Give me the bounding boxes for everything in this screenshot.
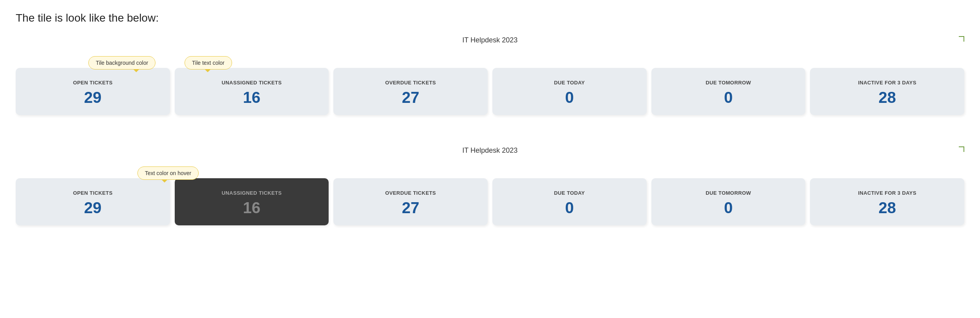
tile-2-due-today-value: 0 <box>565 200 574 216</box>
tile-unassigned-tickets-value: 16 <box>243 90 261 105</box>
tile-2-due-tomorrow-value: 0 <box>724 200 733 216</box>
tile-2-overdue-tickets-label: OVERDUE TICKETS <box>385 190 436 196</box>
tile-due-today[interactable]: DUE TODAY 0 <box>492 68 647 115</box>
tile-2-due-tomorrow[interactable]: DUE TOMORROW 0 <box>651 178 806 225</box>
corner-mark-1 <box>957 36 964 43</box>
tile-2-unassigned-tickets-label: UNASSIGNED TICKETS <box>222 190 282 196</box>
section-1: IT Helpdesk 2023 Tile background color T… <box>16 36 964 115</box>
tile-2-open-tickets-label: OPEN TICKETS <box>73 190 113 196</box>
tile-2-due-today[interactable]: DUE TODAY 0 <box>492 178 647 225</box>
section-2-header: IT Helpdesk 2023 <box>16 146 964 155</box>
tile-2-open-tickets-value: 29 <box>84 200 102 216</box>
tile-2-due-today-label: DUE TODAY <box>554 190 585 196</box>
section-1-header: IT Helpdesk 2023 <box>16 36 964 44</box>
tile-due-tomorrow-value: 0 <box>724 90 733 105</box>
tile-2-inactive-3-days-label: INACTIVE FOR 3 DAYS <box>858 190 916 196</box>
tiles-row-1: OPEN TICKETS 29 UNASSIGNED TICKETS 16 OV… <box>16 68 964 115</box>
tile-overdue-tickets[interactable]: OVERDUE TICKETS 27 <box>333 68 488 115</box>
tile-2-open-tickets[interactable]: OPEN TICKETS 29 <box>16 178 170 225</box>
tile-2-unassigned-tickets-value: 16 <box>243 200 261 216</box>
section-2-content: IT Helpdesk 2023 Text color on hover OPE… <box>16 146 964 225</box>
tile-inactive-3-days[interactable]: INACTIVE FOR 3 DAYS 28 <box>810 68 964 115</box>
section-1-content: IT Helpdesk 2023 Tile background color T… <box>16 36 964 115</box>
tile-overdue-tickets-value: 27 <box>402 90 419 105</box>
tile-due-today-label: DUE TODAY <box>554 80 585 86</box>
tile-due-today-value: 0 <box>565 90 574 105</box>
callout-text-color: Tile text color <box>185 56 232 69</box>
tile-2-overdue-tickets[interactable]: OVERDUE TICKETS 27 <box>333 178 488 225</box>
tile-2-unassigned-tickets[interactable]: UNASSIGNED TICKETS 16 <box>175 178 329 225</box>
section-2: IT Helpdesk 2023 Text color on hover OPE… <box>16 146 964 225</box>
page-title: The tile is look like the below: <box>16 12 964 24</box>
tile-2-overdue-tickets-value: 27 <box>402 200 419 216</box>
tile-2-inactive-3-days[interactable]: INACTIVE FOR 3 DAYS 28 <box>810 178 964 225</box>
tile-2-due-tomorrow-label: DUE TOMORROW <box>706 190 751 196</box>
tile-unassigned-tickets[interactable]: UNASSIGNED TICKETS 16 <box>175 68 329 115</box>
tile-2-inactive-3-days-value: 28 <box>878 200 896 216</box>
tile-overdue-tickets-label: OVERDUE TICKETS <box>385 80 436 86</box>
tile-unassigned-tickets-label: UNASSIGNED TICKETS <box>222 80 282 86</box>
callout-hover-color: Text color on hover <box>137 166 199 180</box>
tiles-row-2: OPEN TICKETS 29 UNASSIGNED TICKETS 16 OV… <box>16 178 964 225</box>
tile-inactive-3-days-label: INACTIVE FOR 3 DAYS <box>858 80 916 86</box>
tile-open-tickets[interactable]: OPEN TICKETS 29 <box>16 68 170 115</box>
tile-open-tickets-label: OPEN TICKETS <box>73 80 113 86</box>
tile-due-tomorrow-label: DUE TOMORROW <box>706 80 751 86</box>
tile-due-tomorrow[interactable]: DUE TOMORROW 0 <box>651 68 806 115</box>
callout-background-color: Tile background color <box>88 56 155 69</box>
tile-inactive-3-days-value: 28 <box>878 90 896 105</box>
corner-mark-2 <box>957 146 964 154</box>
tile-open-tickets-value: 29 <box>84 90 102 105</box>
